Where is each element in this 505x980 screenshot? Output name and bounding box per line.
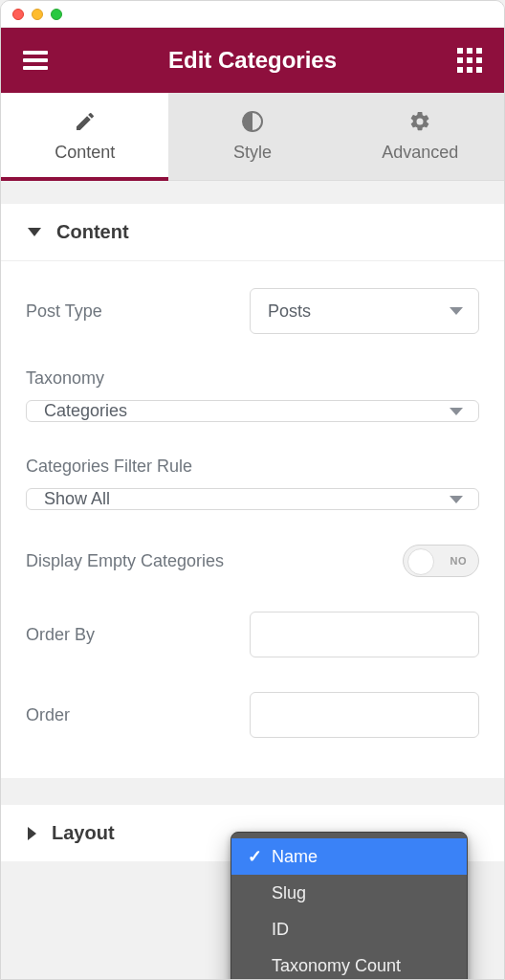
- half-circle-icon: [241, 110, 264, 133]
- menu-button[interactable]: [20, 58, 51, 62]
- section-title: Content: [56, 221, 129, 243]
- display-empty-label: Display Empty Categories: [26, 551, 224, 571]
- tab-label: Style: [233, 143, 272, 163]
- field-post-type: Post Type Posts: [26, 271, 479, 351]
- dropdown-item-slug[interactable]: ✓ Slug: [231, 875, 467, 911]
- chevron-down-icon: [450, 408, 463, 415]
- mac-titlebar: [1, 1, 504, 28]
- tabs: Content Style Advanced: [1, 93, 504, 181]
- window: Edit Categories Content Style Advanced: [0, 0, 505, 980]
- app-header: Edit Categories: [1, 28, 504, 93]
- field-order-by: Order By: [26, 594, 479, 675]
- field-filter-rule: Categories Filter Rule Show All: [26, 439, 479, 527]
- toggle-off-text: NO: [450, 555, 468, 567]
- section-content-body: Post Type Posts Taxonomy Categories: [1, 260, 504, 778]
- section-content: Content Post Type Posts Taxonomy Cate: [1, 204, 504, 778]
- pencil-icon: [74, 110, 97, 133]
- dropdown-item-label: Taxonomy Count: [272, 956, 401, 976]
- order-by-label: Order By: [26, 625, 95, 645]
- order-select[interactable]: [250, 692, 479, 738]
- filter-rule-select[interactable]: Show All: [26, 488, 479, 510]
- spacer: [1, 181, 504, 204]
- order-label: Order: [26, 705, 70, 725]
- post-type-label: Post Type: [26, 301, 102, 322]
- section-content-header[interactable]: Content: [1, 204, 504, 260]
- tab-advanced[interactable]: Advanced: [337, 93, 504, 180]
- post-type-select[interactable]: Posts: [250, 288, 479, 334]
- section-title: Layout: [52, 822, 115, 844]
- close-window-button[interactable]: [12, 9, 24, 20]
- minimize-window-button[interactable]: [32, 9, 43, 20]
- taxonomy-label: Taxonomy: [26, 368, 479, 389]
- field-display-empty: Display Empty Categories NO: [26, 527, 479, 594]
- dropdown-item-label: Slug: [272, 883, 306, 903]
- tab-style[interactable]: Style: [168, 93, 336, 180]
- chevron-down-icon: [450, 307, 463, 315]
- taxonomy-value: Categories: [44, 401, 127, 421]
- tab-label: Advanced: [382, 143, 458, 163]
- filter-rule-label: Categories Filter Rule: [26, 457, 479, 477]
- chevron-right-icon: [28, 827, 36, 840]
- page-title: Edit Categories: [168, 47, 337, 74]
- dropdown-item-taxonomy-count[interactable]: ✓ Taxonomy Count: [231, 947, 467, 980]
- content-area: Content Post Type Posts Taxonomy Cate: [1, 181, 504, 861]
- chevron-down-icon: [28, 228, 41, 236]
- order-by-select[interactable]: [250, 612, 479, 657]
- gear-icon: [408, 110, 431, 133]
- dropdown-item-label: ID: [272, 920, 289, 940]
- dropdown-item-id[interactable]: ✓ ID: [231, 911, 467, 947]
- tab-label: Content: [55, 143, 115, 163]
- section-gap: [1, 778, 504, 805]
- check-icon: ✓: [245, 846, 264, 867]
- dropdown-item-name[interactable]: ✓ Name: [231, 838, 467, 875]
- filter-rule-value: Show All: [44, 489, 110, 509]
- grid-icon: [457, 48, 482, 73]
- taxonomy-select[interactable]: Categories: [26, 400, 479, 422]
- field-order: Order: [26, 675, 479, 755]
- apps-grid-button[interactable]: [454, 48, 485, 73]
- field-taxonomy: Taxonomy Categories: [26, 351, 479, 439]
- chevron-down-icon: [450, 496, 463, 503]
- post-type-value: Posts: [268, 301, 311, 322]
- dropdown-item-label: Name: [272, 847, 318, 867]
- hamburger-icon: [23, 58, 48, 62]
- order-by-dropdown: ✓ Name ✓ Slug ✓ ID ✓ Taxonomy Count ✓ De…: [231, 832, 468, 980]
- tab-content[interactable]: Content: [1, 93, 168, 180]
- maximize-window-button[interactable]: [51, 9, 62, 20]
- display-empty-toggle[interactable]: NO: [403, 545, 479, 577]
